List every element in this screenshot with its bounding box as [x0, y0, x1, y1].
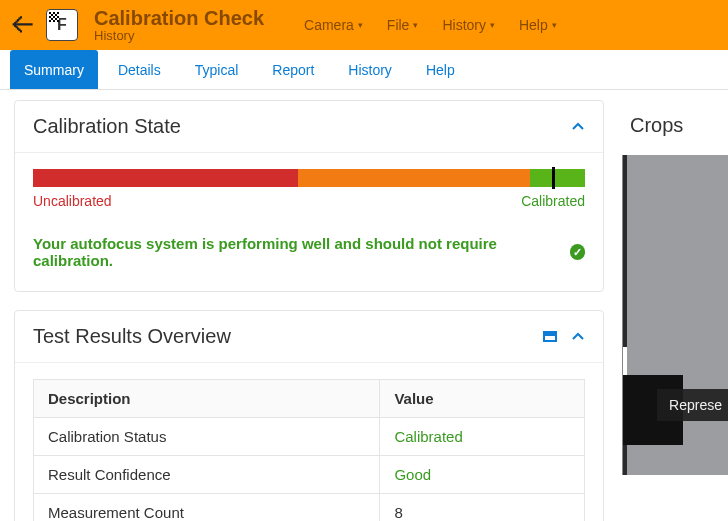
label-uncalibrated: Uncalibrated: [33, 193, 112, 209]
tab-typical[interactable]: Typical: [181, 50, 253, 89]
crops-panel: Crops Represe: [622, 100, 728, 521]
bar-segment-green: [530, 169, 585, 187]
calibration-marker: [552, 167, 555, 189]
results-card: Test Results Overview Description Value: [14, 310, 604, 521]
crops-preview-image: [622, 155, 728, 475]
cell-value: Good: [380, 456, 585, 494]
menu-file[interactable]: File▾: [387, 17, 419, 33]
menu-history[interactable]: History▾: [442, 17, 495, 33]
cell-value: Calibrated: [380, 418, 585, 456]
col-description: Description: [34, 380, 380, 418]
bar-segment-red: [33, 169, 298, 187]
collapse-button[interactable]: [571, 120, 585, 134]
col-value: Value: [380, 380, 585, 418]
tab-help[interactable]: Help: [412, 50, 469, 89]
window-icon: [543, 331, 557, 342]
label-calibrated: Calibrated: [521, 193, 585, 209]
title-block: Calibration Check History: [94, 8, 264, 43]
tab-summary[interactable]: Summary: [10, 50, 98, 89]
cell-desc: Measurement Count: [34, 494, 380, 522]
tab-details[interactable]: Details: [104, 50, 175, 89]
results-card-title: Test Results Overview: [33, 325, 231, 348]
calibration-card-title: Calibration State: [33, 115, 181, 138]
cell-value: 8: [380, 494, 585, 522]
cell-desc: Calibration Status: [34, 418, 380, 456]
menu-camera[interactable]: Camera▾: [304, 17, 363, 33]
chevron-up-icon: [571, 330, 585, 344]
table-row: Result Confidence Good: [34, 456, 585, 494]
calibration-state-card: Calibration State Uncalibrated Calibrate…: [14, 100, 604, 292]
tab-strip: Summary Details Typical Report History H…: [0, 50, 728, 90]
results-table: Description Value Calibration Status Cal…: [33, 379, 585, 521]
app-icon: F: [46, 9, 78, 41]
menu-help[interactable]: Help▾: [519, 17, 557, 33]
chevron-down-icon: ▾: [490, 20, 495, 30]
chevron-down-icon: ▾: [413, 20, 418, 30]
page-subtitle: History: [94, 28, 264, 43]
top-header: 🡠 F Calibration Check History Camera▾ Fi…: [0, 0, 728, 50]
calibration-bar: [33, 169, 585, 187]
expand-window-button[interactable]: [543, 330, 557, 344]
page-title: Calibration Check: [94, 8, 264, 28]
tab-history[interactable]: History: [334, 50, 406, 89]
crops-overlay-label: Represe: [657, 389, 728, 421]
calibration-status-text: Your autofocus system is performing well…: [33, 235, 562, 269]
chevron-down-icon: ▾: [358, 20, 363, 30]
table-row: Measurement Count 8: [34, 494, 585, 522]
crops-title: Crops: [622, 100, 728, 155]
check-circle-icon: ✓: [570, 244, 585, 260]
back-button[interactable]: 🡠: [12, 12, 34, 38]
top-menu: Camera▾ File▾ History▾ Help▾: [304, 17, 557, 33]
cell-desc: Result Confidence: [34, 456, 380, 494]
collapse-button[interactable]: [571, 330, 585, 344]
table-row: Calibration Status Calibrated: [34, 418, 585, 456]
tab-report[interactable]: Report: [258, 50, 328, 89]
bar-segment-orange: [298, 169, 530, 187]
chevron-up-icon: [571, 120, 585, 134]
chevron-down-icon: ▾: [552, 20, 557, 30]
